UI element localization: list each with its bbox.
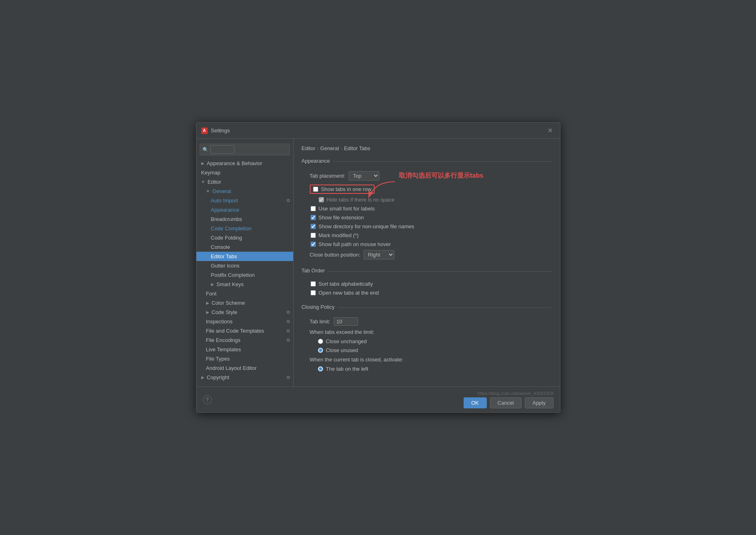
tree-arrow: ▶: [201, 161, 204, 166]
tab-on-left-radio[interactable]: [318, 366, 323, 372]
sidebar-label: Keymap: [201, 170, 221, 176]
footer-link: https://blog.csdn.net/weixin_43691058: [477, 391, 553, 396]
sort-alpha-checkbox[interactable]: [311, 281, 316, 287]
small-font-label[interactable]: Use small font for labels: [319, 206, 375, 212]
hide-tabs-checkbox[interactable]: [319, 197, 324, 202]
sidebar-item-editor-tabs[interactable]: Editor Tabs: [196, 252, 293, 261]
sidebar-item-smart-keys[interactable]: ▶ Smart Keys: [196, 280, 293, 289]
close-unchanged-radio[interactable]: [318, 339, 323, 344]
section-divider: [333, 161, 552, 162]
show-full-path-label[interactable]: Show full path on mouse hover: [319, 241, 391, 247]
sidebar-item-code-style[interactable]: ▶ Code Style ⧉: [196, 308, 293, 317]
show-file-ext-checkbox[interactable]: [311, 215, 316, 220]
sidebar-item-android-layout-editor[interactable]: Android Layout Editor: [196, 363, 293, 373]
sidebar-item-general[interactable]: ▼ General: [196, 187, 293, 196]
sidebar-label: Auto Import: [211, 197, 238, 204]
tab-order-title: Tab Order: [302, 268, 325, 275]
mark-modified-checkbox[interactable]: [311, 233, 316, 238]
copy-icon: ⧉: [287, 338, 290, 343]
tab-placement-label: Tab placement:: [310, 173, 345, 179]
closing-policy-section-header: Closing Policy: [302, 304, 552, 312]
show-file-ext-label[interactable]: Show file extension: [319, 214, 364, 221]
sidebar-item-console[interactable]: Console: [196, 242, 293, 252]
sidebar: 🔍 ▶ Appearance & Behavior Keymap ▼ Edito…: [196, 139, 294, 386]
show-directory-label[interactable]: Show directory for non-unique file names: [319, 223, 414, 229]
sidebar-item-copyright[interactable]: ▶ Copyright ⧉: [196, 373, 293, 382]
sidebar-label: File Encodings: [206, 337, 241, 343]
footer-buttons: OK Cancel Apply: [464, 397, 554, 408]
sidebar-item-file-code-templates[interactable]: File and Code Templates ⧉: [196, 326, 293, 335]
hide-tabs-row: Hide tabs if there is no space: [318, 197, 552, 203]
show-tabs-one-row-checkbox[interactable]: [313, 187, 318, 192]
sidebar-item-inspections[interactable]: Inspections ⧉: [196, 317, 293, 326]
dialog-title: Settings: [211, 127, 230, 134]
sidebar-item-color-scheme[interactable]: ▶ Color Scheme: [196, 298, 293, 308]
tab-on-left-row: The tab on the left: [318, 366, 552, 372]
ok-button[interactable]: OK: [464, 397, 487, 408]
sidebar-item-appearance-behavior[interactable]: ▶ Appearance & Behavior: [196, 159, 293, 168]
tree-arrow: ▼: [201, 180, 205, 184]
annotation-text: 取消勾选后可以多行显示tabs: [399, 172, 483, 179]
close-unused-radio[interactable]: [318, 348, 323, 353]
tab-order-section-header: Tab Order: [302, 268, 552, 275]
appearance-title: Appearance: [302, 158, 330, 166]
breadcrumb: Editor › General › Editor Tabs: [302, 145, 552, 151]
footer-left: ?: [203, 395, 212, 404]
apply-button[interactable]: Apply: [525, 397, 554, 408]
tab-limit-input[interactable]: [334, 317, 358, 326]
search-box[interactable]: 🔍: [200, 144, 290, 155]
sidebar-item-auto-import[interactable]: Auto Import ⧉: [196, 196, 293, 205]
sidebar-label: Code Style: [212, 309, 238, 315]
sidebar-label: Android Layout Editor: [206, 365, 257, 371]
close-unused-label[interactable]: Close unused: [326, 347, 358, 353]
annotation-container: 取消勾选后可以多行显示tabs: [399, 172, 483, 180]
sidebar-item-file-encodings[interactable]: File Encodings ⧉: [196, 335, 293, 345]
breadcrumb-editor-tabs: Editor Tabs: [344, 145, 370, 151]
sidebar-item-file-types[interactable]: File Types: [196, 354, 293, 363]
close-unchanged-label[interactable]: Close unchanged: [326, 338, 367, 344]
sort-alpha-label[interactable]: Sort tabs alphabetically: [319, 281, 373, 287]
sidebar-label: General: [212, 188, 231, 194]
show-tabs-row-highlighted: Show tabs in one row: [310, 185, 375, 194]
sidebar-label: Postfix Completion: [211, 272, 255, 278]
radio-group-exceed: Close unchanged Close unused: [310, 338, 552, 353]
search-input[interactable]: [210, 145, 234, 154]
help-button[interactable]: ?: [203, 395, 212, 404]
small-font-checkbox[interactable]: [311, 206, 316, 211]
sidebar-item-postfix-completion[interactable]: Postfix Completion: [196, 270, 293, 280]
sidebar-item-keymap[interactable]: Keymap: [196, 168, 293, 177]
show-tabs-one-row-label[interactable]: Show tabs in one row: [321, 186, 371, 192]
sidebar-item-font[interactable]: Font: [196, 289, 293, 298]
sidebar-label: Color Scheme: [212, 300, 245, 306]
tab-placement-row: Tab placement: Top Bottom Left Right Non…: [310, 171, 552, 180]
sidebar-label: File and Code Templates: [206, 328, 264, 334]
close-button[interactable]: ✕: [545, 126, 555, 135]
close-unused-row: Close unused: [318, 347, 552, 353]
sidebar-item-code-folding[interactable]: Code Folding: [196, 233, 293, 242]
sidebar-item-editor[interactable]: ▼ Editor: [196, 177, 293, 187]
sidebar-item-live-templates[interactable]: Live Templates: [196, 345, 293, 354]
show-directory-row: Show directory for non-unique file names: [310, 223, 552, 229]
sidebar-label: Appearance & Behavior: [207, 160, 262, 166]
sidebar-label: Font: [206, 291, 217, 297]
close-button-position-select[interactable]: Right Left Hidden: [364, 250, 394, 259]
close-button-position-row: Close button position: Right Left Hidden: [310, 250, 552, 259]
sidebar-item-breadcrumbs[interactable]: Breadcrumbs: [196, 214, 293, 224]
title-bar: A Settings ✕: [196, 123, 560, 139]
tab-placement-select[interactable]: Top Bottom Left Right None: [349, 171, 379, 180]
open-new-end-checkbox[interactable]: [311, 290, 316, 295]
sidebar-item-code-completion[interactable]: Code Completion: [196, 224, 293, 233]
mark-modified-label[interactable]: Mark modified (*): [319, 232, 359, 238]
copy-icon: ⧉: [287, 319, 290, 324]
show-full-path-checkbox[interactable]: [311, 242, 316, 247]
section-divider: [338, 308, 552, 308]
sidebar-item-gutter-icons[interactable]: Gutter Icons: [196, 261, 293, 270]
section-divider: [328, 271, 552, 272]
cancel-button[interactable]: Cancel: [490, 397, 522, 408]
show-directory-checkbox[interactable]: [311, 224, 316, 229]
tab-on-left-label[interactable]: The tab on the left: [326, 366, 368, 372]
sidebar-item-appearance[interactable]: Appearance: [196, 205, 293, 214]
appearance-section-header: Appearance: [302, 158, 552, 166]
copy-icon: ⧉: [287, 328, 290, 333]
open-new-end-label[interactable]: Open new tabs at the end: [319, 290, 379, 296]
